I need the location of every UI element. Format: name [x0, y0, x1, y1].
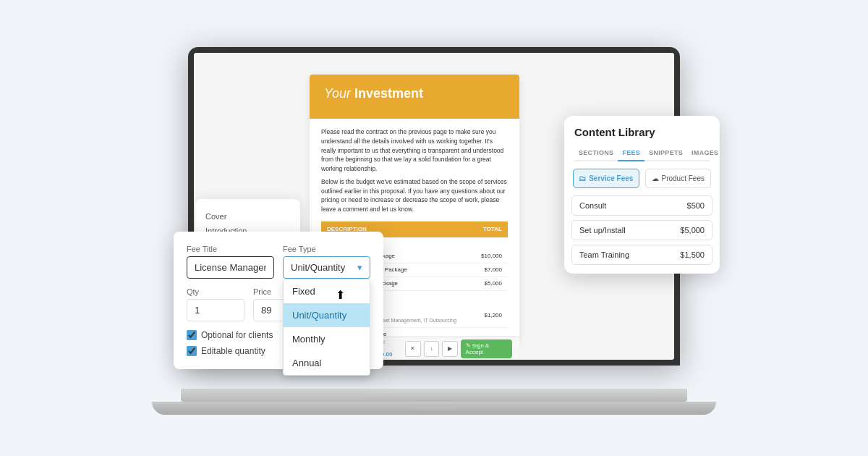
fee-type-dropdown: Fixed Unit/Quantity Monthly Annual — [283, 279, 370, 376]
dropdown-item-annual[interactable]: Annual — [284, 351, 370, 375]
content-library-title: Content Library — [574, 126, 710, 138]
editable-label: Editable quantity — [201, 346, 265, 356]
forward-button[interactable]: ▶ — [442, 341, 457, 357]
tab-sections[interactable]: SECTIONS — [574, 145, 618, 160]
dropdown-item-fixed[interactable]: Fixed — [284, 279, 370, 303]
sub-text: Below is the budget we've estimated base… — [321, 177, 508, 214]
dropdown-item-unit-quantity[interactable]: Unit/Quantity — [284, 303, 370, 327]
dropdown-item-monthly[interactable]: Monthly — [284, 327, 370, 351]
fee-type-select-wrapper: Unit/Quantity ▾ Fixed Unit/Quantity Mont… — [283, 256, 370, 279]
product-fees-label: Product Fees — [662, 174, 705, 182]
intro-text: Please read the contract on the previous… — [321, 127, 508, 174]
yellow-bar — [324, 104, 353, 107]
content-library-items: Consult $500 Set up/Install $5,000 Team … — [564, 195, 720, 274]
fee-title-group: Fee Title — [187, 245, 274, 279]
fee-type-group: Fee Type Unit/Quantity ▾ Fixed Unit/Quan… — [283, 245, 370, 279]
action-buttons: ✕ ↓ ▶ ✎ Sign & Accept — [405, 339, 512, 358]
tab-snippets[interactable]: SNIPPETS — [644, 145, 687, 160]
download-button[interactable]: ↓ — [424, 341, 439, 357]
service-fees-label: Service Fees — [589, 174, 633, 182]
optional-checkbox[interactable] — [187, 330, 197, 340]
content-library-card: Content Library SECTIONS FEES SNIPPETS I… — [564, 116, 720, 274]
product-fees-icon: ☁ — [652, 174, 659, 182]
select-chevron-icon: ▾ — [357, 262, 362, 273]
optional-label: Optional for clients — [201, 330, 273, 340]
list-item[interactable]: Team Training $1,500 — [571, 245, 712, 265]
fee-title-label: Fee Title — [187, 245, 274, 253]
editable-checkbox[interactable] — [187, 346, 197, 356]
service-fees-button[interactable]: 🗂 Service Fees — [573, 169, 639, 188]
content-library-header: Content Library SECTIONS FEES SNIPPETS I… — [564, 116, 720, 161]
qty-label: Qty — [187, 287, 244, 296]
service-fees-icon: 🗂 — [579, 174, 586, 182]
fee-type-buttons: 🗂 Service Fees ☁ Product Fees — [564, 169, 720, 195]
product-fees-button[interactable]: ☁ Product Fees — [645, 169, 712, 188]
sign-accept-button[interactable]: ✎ Sign & Accept — [461, 339, 512, 358]
investment-title: Your Investment — [324, 86, 505, 101]
content-library-tabs: SECTIONS FEES SNIPPETS IMAGES — [574, 145, 710, 161]
tab-images[interactable]: IMAGES — [687, 145, 720, 160]
list-item[interactable]: Set up/Install $5,000 — [571, 220, 712, 240]
fee-title-row: Fee Title Fee Type Unit/Quantity ▾ Fixed… — [187, 245, 370, 279]
investment-header: Your Investment — [310, 75, 519, 119]
qty-input[interactable] — [187, 299, 244, 321]
fee-type-label: Fee Type — [283, 245, 370, 253]
fee-form-card: Fee Title Fee Type Unit/Quantity ▾ Fixed… — [174, 232, 383, 369]
sidebar-item-cover[interactable]: Cover — [205, 209, 290, 224]
fee-title-input[interactable] — [187, 256, 274, 279]
tab-fees[interactable]: FEES — [618, 145, 644, 161]
qty-group: Qty — [187, 287, 244, 321]
list-item[interactable]: Consult $500 — [571, 195, 712, 216]
col-total: TOTAL — [483, 225, 502, 234]
fee-type-select[interactable]: Unit/Quantity ▾ — [283, 256, 370, 279]
close-button[interactable]: ✕ — [405, 341, 420, 357]
